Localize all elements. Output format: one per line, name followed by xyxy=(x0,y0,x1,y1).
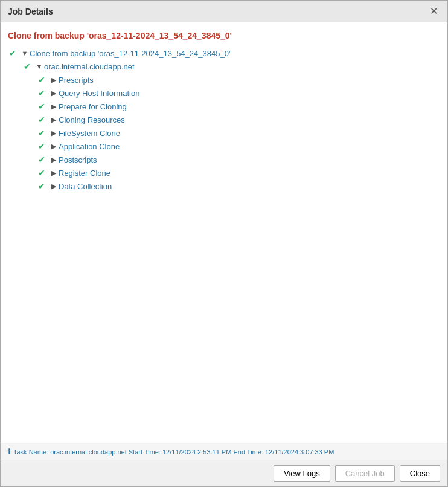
cancel-job-button[interactable]: Cancel Job xyxy=(335,465,395,482)
check-icon-item: ✔ xyxy=(34,181,49,191)
check-icon-root: ✔ xyxy=(5,48,20,58)
host-item-label[interactable]: orac.internal.cloudapp.net xyxy=(44,62,135,71)
check-icon-item: ✔ xyxy=(34,115,49,124)
item-label[interactable]: Postscripts xyxy=(59,155,97,164)
item-label[interactable]: Prepare for Cloning xyxy=(59,102,127,111)
view-logs-button[interactable]: View Logs xyxy=(274,465,330,482)
check-icon-item: ✔ xyxy=(34,168,49,178)
close-button[interactable]: Close xyxy=(400,465,440,482)
info-icon: ℹ xyxy=(8,447,11,456)
expand-arrow-root[interactable]: ▼ xyxy=(20,50,30,57)
tree-host-item: ✔ ▼ orac.internal.cloudapp.net xyxy=(1,60,447,73)
tree-item: ✔▶Cloning Resources xyxy=(1,113,447,126)
status-bar: ℹ Task Name: orac.internal.cloudapp.net … xyxy=(1,443,447,460)
tree-item: ✔▶Prescripts xyxy=(1,73,447,86)
tree-item: ✔▶Data Collection xyxy=(1,179,447,193)
expand-arrow-item[interactable]: ▶ xyxy=(49,156,59,164)
tree-items-container: ✔▶Prescripts✔▶Query Host Information✔▶Pr… xyxy=(1,73,447,193)
dialog-header: Job Details ✕ xyxy=(1,1,447,22)
content-area: Clone from backup 'oras_12-11-2024_13_54… xyxy=(1,22,447,443)
tree-item: ✔▶Postscripts xyxy=(1,153,447,166)
tree-item: ✔▶Query Host Information xyxy=(1,86,447,100)
expand-arrow-item[interactable]: ▶ xyxy=(49,182,59,190)
tree-root-item: ✔ ▼ Clone from backup 'oras_12-11-2024_1… xyxy=(1,47,447,60)
item-label[interactable]: Register Clone xyxy=(59,169,110,178)
job-details-dialog: Job Details ✕ Clone from backup 'oras_12… xyxy=(0,0,448,487)
tree-item: ✔▶FileSystem Clone xyxy=(1,126,447,140)
check-icon-item: ✔ xyxy=(34,155,49,164)
job-tree: ✔ ▼ Clone from backup 'oras_12-11-2024_1… xyxy=(1,47,447,193)
tree-item: ✔▶Register Clone xyxy=(1,166,447,179)
expand-arrow-item[interactable]: ▶ xyxy=(49,103,59,111)
tree-item: ✔▶Application Clone xyxy=(1,140,447,153)
dialog-footer: View Logs Cancel Job Close xyxy=(1,460,447,486)
dialog-close-button[interactable]: ✕ xyxy=(427,5,440,17)
expand-arrow-item[interactable]: ▶ xyxy=(49,76,59,84)
expand-arrow-item[interactable]: ▶ xyxy=(49,143,59,150)
check-icon-item: ✔ xyxy=(34,88,49,98)
expand-arrow-item[interactable]: ▶ xyxy=(49,129,59,137)
item-label[interactable]: FileSystem Clone xyxy=(59,129,120,138)
item-label[interactable]: Application Clone xyxy=(59,142,120,151)
dialog-title: Job Details xyxy=(8,7,53,16)
item-label[interactable]: Query Host Information xyxy=(59,89,139,98)
dialog-body: Clone from backup 'oras_12-11-2024_13_54… xyxy=(1,22,447,460)
check-icon-item: ✔ xyxy=(34,102,49,111)
check-icon-item: ✔ xyxy=(34,141,49,151)
page-title: Clone from backup 'oras_12-11-2024_13_54… xyxy=(1,28,447,47)
check-icon-item: ✔ xyxy=(34,75,49,85)
status-text: Task Name: orac.internal.cloudapp.net St… xyxy=(13,448,334,456)
tree-item: ✔▶Prepare for Cloning xyxy=(1,100,447,113)
item-label[interactable]: Prescripts xyxy=(59,76,94,85)
check-icon-host: ✔ xyxy=(20,62,34,71)
item-label[interactable]: Data Collection xyxy=(59,182,112,191)
check-icon-item: ✔ xyxy=(34,128,49,138)
item-label[interactable]: Cloning Resources xyxy=(59,115,125,124)
root-item-label[interactable]: Clone from backup 'oras_12-11-2024_13_54… xyxy=(30,49,230,58)
expand-arrow-item[interactable]: ▶ xyxy=(49,116,59,124)
expand-arrow-item[interactable]: ▶ xyxy=(49,169,59,177)
expand-arrow-item[interactable]: ▶ xyxy=(49,89,59,97)
expand-arrow-host[interactable]: ▼ xyxy=(34,63,44,70)
